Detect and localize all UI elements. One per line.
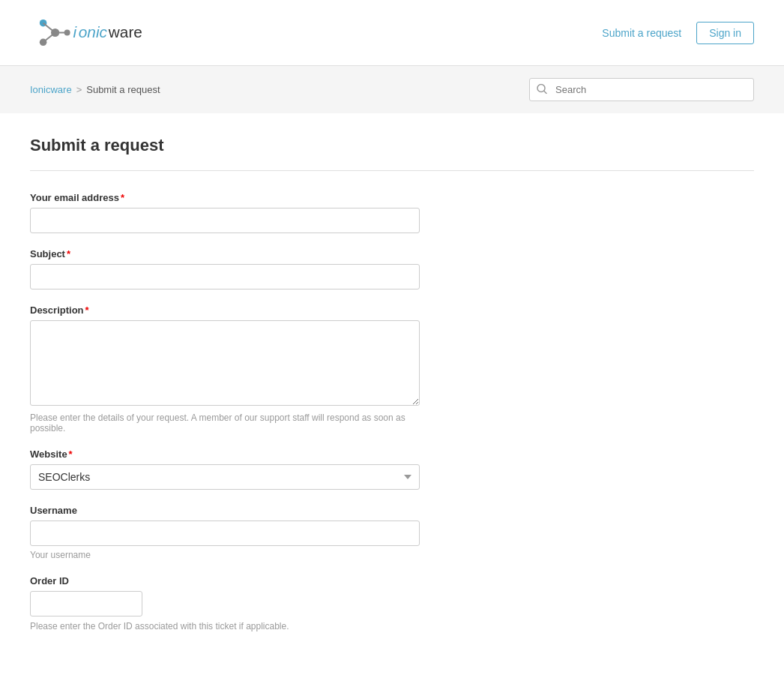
email-input[interactable] xyxy=(30,208,420,233)
username-input[interactable] xyxy=(30,520,420,546)
subject-label: Subject* xyxy=(30,248,420,260)
email-label: Your email address* xyxy=(30,192,420,203)
website-required-star: * xyxy=(69,448,73,460)
subject-required-star: * xyxy=(67,248,70,260)
username-hint: Your username xyxy=(30,550,420,560)
subject-input[interactable] xyxy=(30,264,420,290)
website-group: Website* SEOClerks Ionicware Other xyxy=(30,448,420,490)
email-required-star: * xyxy=(121,192,124,203)
breadcrumb-separator: > xyxy=(76,84,82,95)
order-id-hint: Please enter the Order ID associated wit… xyxy=(30,621,420,632)
breadcrumb-current: Submit a request xyxy=(86,84,160,95)
main-content: Submit a request Your email address* Sub… xyxy=(0,113,784,690)
website-select[interactable]: SEOClerks Ionicware Other xyxy=(30,464,420,490)
order-id-label: Order ID xyxy=(30,575,420,586)
form-divider xyxy=(30,170,754,171)
breadcrumb: Ionicware > Submit a request xyxy=(30,84,160,95)
search-icon xyxy=(537,83,547,96)
submit-request-nav-link[interactable]: Submit a request xyxy=(602,27,681,39)
website-label: Website* xyxy=(30,448,420,460)
description-textarea[interactable] xyxy=(30,320,420,406)
search-container xyxy=(529,78,754,101)
svg-line-5 xyxy=(43,33,55,43)
description-hint: Please enter the details of your request… xyxy=(30,412,420,434)
submit-request-form: Your email address* Subject* Description… xyxy=(30,192,420,632)
subject-group: Subject* xyxy=(30,248,420,290)
header: i onic ware Submit a request Sign in xyxy=(0,0,784,66)
order-id-group: Order ID Please enter the Order ID assoc… xyxy=(30,575,420,632)
email-group: Your email address* xyxy=(30,192,420,233)
description-label: Description* xyxy=(30,304,420,316)
order-id-input[interactable] xyxy=(30,591,142,616)
sign-in-button[interactable]: Sign in xyxy=(696,22,754,44)
search-input[interactable] xyxy=(529,78,754,101)
svg-line-4 xyxy=(43,23,55,33)
username-label: Username xyxy=(30,505,420,516)
header-nav: Submit a request Sign in xyxy=(602,22,754,44)
page-title: Submit a request xyxy=(30,136,754,155)
username-group: Username Your username xyxy=(30,505,420,560)
logo: i onic ware xyxy=(30,12,150,53)
description-group: Description* Please enter the details of… xyxy=(30,304,420,434)
svg-line-11 xyxy=(544,91,546,93)
breadcrumb-home-link[interactable]: Ionicware xyxy=(30,84,72,95)
svg-text:ware: ware xyxy=(108,23,142,40)
description-required-star: * xyxy=(85,304,89,316)
svg-text:onic: onic xyxy=(79,23,108,40)
svg-text:i: i xyxy=(73,23,78,40)
breadcrumb-bar: Ionicware > Submit a request xyxy=(0,66,784,113)
